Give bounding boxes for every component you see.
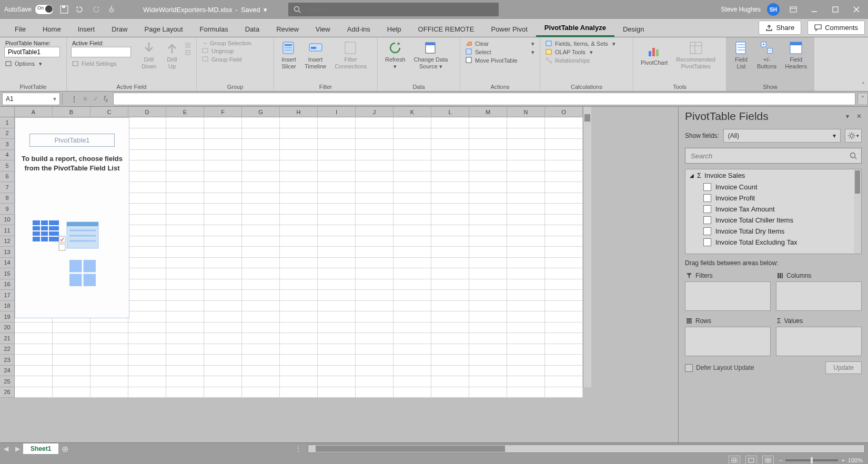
cell[interactable] [431,247,469,258]
cell[interactable] [90,355,128,366]
cell[interactable] [242,193,280,204]
cell[interactable] [318,344,356,355]
cell[interactable] [507,311,545,322]
cell[interactable] [242,268,280,279]
cell[interactable] [128,139,166,150]
tab-design[interactable]: Design [614,21,652,37]
cell[interactable] [393,355,431,366]
row-header[interactable]: 10 [0,215,15,226]
field-item[interactable]: Invoice Count [685,181,861,193]
pane-close-icon[interactable]: ✕ [856,113,862,120]
cell[interactable] [507,268,545,279]
cell[interactable] [356,160,393,172]
row-header[interactable]: 23 [0,355,15,366]
cell[interactable] [545,290,583,301]
cell[interactable] [393,128,431,139]
cell[interactable] [356,215,393,226]
cell[interactable] [507,193,545,204]
cell[interactable] [128,366,166,377]
cell[interactable] [318,204,356,215]
cell[interactable] [128,128,166,139]
cell[interactable] [393,150,431,161]
cell[interactable] [545,204,583,215]
cell[interactable] [356,139,393,150]
cell[interactable] [128,247,166,258]
cell[interactable] [469,322,507,334]
fields-items-sets-button[interactable]: Fields, Items, & Sets▾ [544,39,629,48]
cell[interactable] [431,204,469,215]
row-header[interactable]: 2 [0,128,15,139]
cell[interactable] [469,387,507,398]
row-header[interactable]: 1 [0,117,15,128]
cell[interactable] [318,333,356,344]
save-icon[interactable] [59,4,69,15]
field-item[interactable]: Invoice Profit [685,193,861,204]
cell[interactable] [469,150,507,161]
cell[interactable] [431,172,469,183]
cell[interactable] [507,150,545,161]
cell[interactable] [280,387,318,398]
tab-page-layout[interactable]: Page Layout [136,21,191,37]
cell[interactable] [507,290,545,301]
cell[interactable] [507,322,545,334]
cell[interactable] [356,117,393,128]
enter-formula-icon[interactable]: ✓ [93,95,98,103]
cell[interactable] [356,290,393,301]
cell[interactable] [507,117,545,128]
cell[interactable] [90,366,128,377]
cell[interactable] [280,333,318,344]
row-header[interactable]: 19 [0,311,15,322]
cell[interactable] [507,160,545,172]
cell[interactable] [166,376,204,387]
cell[interactable] [469,344,507,355]
row-header[interactable]: 5 [0,160,15,172]
area-filters-drop[interactable] [685,281,771,311]
cell[interactable] [393,311,431,322]
cell[interactable] [469,160,507,172]
cell[interactable] [469,355,507,366]
field-list-button[interactable]: Field List [731,39,752,70]
cell[interactable] [318,139,356,150]
cell[interactable] [242,279,280,290]
filter-connections-button[interactable]: Filter Connections [331,39,370,70]
cell[interactable] [280,160,318,172]
cell[interactable] [166,117,204,128]
refresh-button[interactable]: Refresh▾ [382,39,409,70]
sheet-tab[interactable]: Sheet1 [23,443,58,454]
cell[interactable] [318,366,356,377]
tab-draw[interactable]: Draw [103,21,136,37]
ungroup-button[interactable]: Ungroup [201,47,269,55]
cell[interactable] [393,182,431,193]
tab-file[interactable]: File [6,21,34,37]
cell[interactable] [356,225,393,236]
row-header[interactable]: 14 [0,258,15,269]
cell[interactable] [469,366,507,377]
cell[interactable] [545,236,583,247]
page-break-view-icon[interactable] [762,456,774,464]
cell[interactable] [545,344,583,355]
cell[interactable] [431,301,469,312]
cell[interactable] [128,376,166,387]
expand-formula-bar-icon[interactable]: ˅ [857,93,868,105]
cell[interactable] [166,128,204,139]
cell[interactable] [469,301,507,312]
area-columns-drop[interactable] [776,281,862,311]
cell[interactable] [166,322,204,334]
cell[interactable] [393,215,431,226]
tab-power-pivot[interactable]: Power Pivot [482,21,536,37]
cell[interactable] [242,311,280,322]
cell[interactable] [356,150,393,161]
tab-help[interactable]: Help [379,21,410,37]
cell[interactable] [393,193,431,204]
cell[interactable] [242,172,280,183]
cell[interactable] [280,139,318,150]
cell[interactable] [393,268,431,279]
cell[interactable] [356,172,393,183]
cell[interactable] [469,225,507,236]
page-layout-view-icon[interactable] [745,456,757,464]
formula-bar[interactable] [113,93,855,105]
cell[interactable] [166,236,204,247]
cell[interactable] [166,268,204,279]
cell[interactable] [318,311,356,322]
cell[interactable] [356,366,393,377]
